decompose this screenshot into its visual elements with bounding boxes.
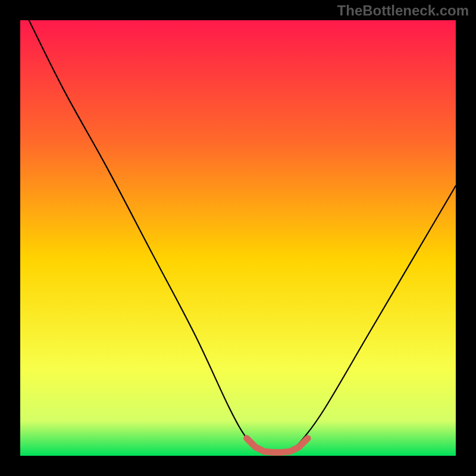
plot-area (20, 20, 456, 456)
gradient-background (20, 20, 456, 456)
chart-svg (20, 20, 456, 456)
watermark-text: TheBottleneck.com (337, 2, 469, 19)
chart-frame: TheBottleneck.com (0, 0, 476, 476)
